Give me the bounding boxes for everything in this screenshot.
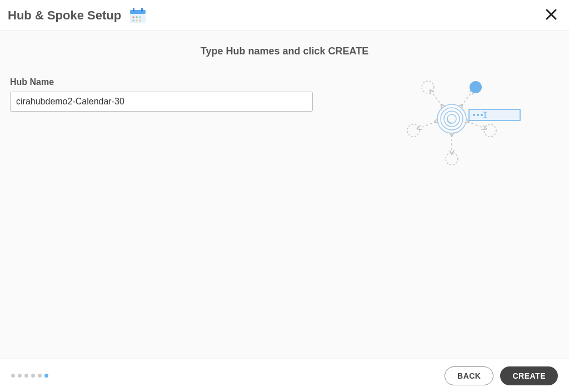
dialog-title: Hub & Spoke Setup [8,8,121,23]
step-dot [11,374,15,378]
svg-rect-3 [141,8,143,12]
svg-line-18 [461,92,472,106]
calendar-icon [128,6,148,26]
hub-spoke-diagram [399,66,566,179]
svg-point-12 [437,104,466,133]
svg-point-6 [139,16,141,18]
svg-rect-1 [130,10,146,14]
hub-name-label: Hub Name [10,77,321,87]
dialog-content: Type Hub names and click CREATE Hub Name [0,31,569,179]
svg-point-17 [422,81,434,93]
svg-point-9 [139,19,141,22]
svg-point-28 [477,114,479,116]
create-button[interactable]: CREATE [500,366,558,385]
main-row: Hub Name [10,77,559,179]
svg-point-8 [136,19,138,22]
svg-point-21 [407,124,420,137]
svg-point-7 [132,19,134,22]
svg-point-27 [473,114,475,116]
step-dot [38,374,42,378]
footer-buttons: BACK CREATE [445,366,558,385]
svg-point-14 [444,111,460,127]
svg-line-20 [419,122,436,128]
svg-point-23 [484,124,496,137]
close-button[interactable] [541,4,561,26]
step-dot-active [44,374,48,378]
dialog-footer: BACK CREATE [0,359,569,392]
svg-point-5 [136,16,138,18]
step-indicator [11,374,48,378]
instruction-text: Type Hub names and click CREATE [10,46,559,57]
back-button[interactable]: BACK [445,366,493,385]
svg-point-29 [481,114,483,116]
hub-name-input[interactable] [10,92,313,112]
form-section: Hub Name [10,77,321,112]
step-dot [31,374,35,378]
dialog-header: Hub & Spoke Setup [0,0,569,31]
svg-line-22 [467,122,485,128]
step-dot [18,374,22,378]
svg-point-19 [470,81,482,93]
step-dot [24,374,28,378]
svg-line-16 [431,92,442,106]
svg-point-4 [132,16,134,18]
svg-rect-2 [133,8,134,12]
close-icon [546,9,557,20]
svg-point-25 [446,153,458,165]
svg-rect-26 [469,109,520,120]
